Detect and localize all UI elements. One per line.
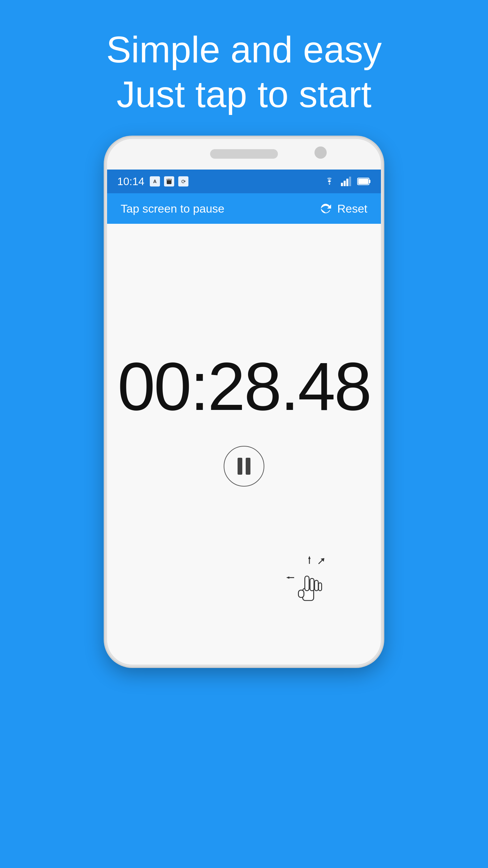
icon-sd [164, 176, 174, 186]
phone-camera [314, 146, 327, 159]
svg-rect-6 [346, 179, 348, 186]
header-line1: Simple and easy [106, 27, 382, 72]
reset-button[interactable]: Reset [318, 201, 367, 216]
svg-rect-2 [169, 179, 169, 180]
pause-button[interactable] [224, 446, 264, 487]
app-bar: Tap screen to pause Reset [107, 193, 381, 224]
header-section: Simple and easy Just tap to start [106, 27, 382, 117]
svg-marker-14 [286, 576, 289, 579]
timer-display: 00:28.48 [118, 348, 371, 426]
svg-rect-22 [299, 590, 304, 597]
phone-speaker [210, 149, 278, 159]
svg-rect-21 [319, 583, 322, 591]
svg-rect-5 [344, 181, 346, 186]
svg-rect-20 [314, 580, 318, 591]
signal-icon [340, 175, 352, 188]
wifi-icon [323, 175, 336, 188]
app-bar-title: Tap screen to pause [121, 202, 224, 215]
reset-icon [318, 201, 333, 216]
status-time: 10:14 [117, 175, 144, 188]
status-bar-right [323, 175, 371, 188]
svg-marker-12 [308, 556, 310, 559]
tap-gesture-icon [279, 555, 333, 617]
svg-rect-9 [369, 180, 370, 183]
phone-top-bezel [107, 139, 381, 170]
svg-rect-3 [170, 179, 171, 180]
app-content[interactable]: 00:28.48 [107, 224, 381, 665]
status-bar-left: 10:14 A ⟳ [117, 175, 188, 188]
svg-rect-7 [349, 177, 351, 186]
svg-rect-18 [305, 576, 309, 591]
reset-label: Reset [337, 202, 367, 215]
svg-rect-4 [341, 183, 343, 186]
svg-rect-1 [167, 179, 168, 180]
header-line2: Just tap to start [106, 72, 382, 117]
svg-rect-19 [310, 578, 314, 591]
status-bar: 10:14 A ⟳ [107, 170, 381, 193]
battery-icon [357, 175, 371, 188]
phone-mockup: 10:14 A ⟳ [105, 137, 383, 667]
icon-a: A [150, 176, 160, 186]
svg-rect-10 [358, 179, 368, 184]
pause-icon [238, 458, 250, 475]
icon-sync: ⟳ [178, 176, 188, 186]
status-icons: A ⟳ [150, 176, 188, 186]
hand-gesture-svg [279, 555, 333, 616]
